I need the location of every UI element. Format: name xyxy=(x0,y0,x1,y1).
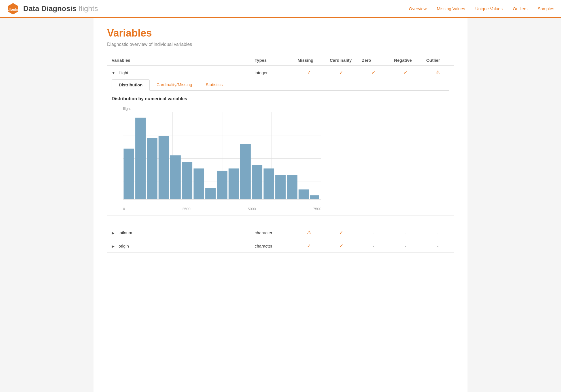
bar-3 xyxy=(159,136,169,199)
x-label-0: 0 xyxy=(123,207,125,211)
divider-row xyxy=(107,216,454,226)
nav-missing-values[interactable]: Missing Values xyxy=(437,6,465,11)
missing-check-origin: ✓ xyxy=(307,243,311,249)
app-subtitle: flights xyxy=(79,4,98,13)
cardinality-check-tailnum: ✓ xyxy=(339,230,343,235)
chart-area xyxy=(112,112,449,205)
expand-flight-button[interactable]: ▼ xyxy=(112,71,115,75)
missing-warn-tailnum: ⚠ xyxy=(307,230,311,235)
col-header-zero: Zero xyxy=(357,55,390,66)
bar-1 xyxy=(135,118,146,199)
nav-overview[interactable]: Overview xyxy=(409,6,427,11)
x-label-7500: 7500 xyxy=(313,207,321,211)
tabs-row: Distribution Cardinality/Missing Statist… xyxy=(112,79,449,91)
expand-origin-button[interactable]: ▶ xyxy=(112,244,114,248)
bar-9 xyxy=(229,169,239,199)
col-header-types: Types xyxy=(250,55,293,66)
expanded-row-flight: Distribution Cardinality/Missing Statist… xyxy=(107,79,454,216)
bar-16 xyxy=(310,195,319,199)
bar-13 xyxy=(275,175,286,199)
expanded-content-flight: Distribution Cardinality/Missing Statist… xyxy=(107,79,454,211)
table-row: ▶ tailnum character ⚠ ✓ - - - xyxy=(107,226,454,239)
x-label-2500: 2500 xyxy=(182,207,190,211)
bar-10 xyxy=(240,144,251,199)
histogram-svg xyxy=(123,112,321,205)
col-header-cardinality: Cardinality xyxy=(325,55,358,66)
svg-text:dlookr: dlookr xyxy=(7,7,19,12)
var-name-origin: origin xyxy=(118,244,129,248)
var-name-flight: flight xyxy=(119,70,128,75)
col-header-missing: Missing xyxy=(293,55,325,66)
bar-8 xyxy=(217,171,227,199)
nav-samples[interactable]: Samples xyxy=(538,6,554,11)
zero-origin: - xyxy=(357,239,390,253)
var-type-tailnum: character xyxy=(250,226,293,239)
col-header-outlier: Outlier xyxy=(422,55,454,66)
page-subtitle: Diagnostic overview of individual variab… xyxy=(107,42,454,47)
variables-table: Variables Types Missing Cardinality Zero… xyxy=(107,55,454,253)
main-content: Variables Diagnostic overview of individ… xyxy=(94,18,468,392)
tab-statistics[interactable]: Statistics xyxy=(199,79,230,90)
cardinality-check-flight: ✓ xyxy=(339,70,343,75)
bar-7 xyxy=(205,188,216,199)
bar-12 xyxy=(264,169,274,199)
col-header-variables: Variables xyxy=(107,55,250,66)
bar-6 xyxy=(194,169,204,199)
app-logo: dlookr xyxy=(7,3,19,15)
var-type-flight: integer xyxy=(250,66,293,79)
top-nav: Overview Missing Values Unique Values Ou… xyxy=(409,6,554,11)
var-name-tailnum: tailnum xyxy=(118,230,132,235)
col-header-negative: Negative xyxy=(390,55,422,66)
app-header: dlookr Data Diagnosis flights Overview M… xyxy=(0,0,561,18)
outlier-tailnum: - xyxy=(422,226,454,239)
table-row: ▼ flight integer ✓ ✓ ✓ ✓ ⚠ xyxy=(107,66,454,79)
app-title: Data Diagnosis xyxy=(23,4,76,13)
bar-15 xyxy=(299,189,309,199)
zero-tailnum: - xyxy=(357,226,390,239)
bar-2 xyxy=(147,138,157,199)
table-header-row: Variables Types Missing Cardinality Zero… xyxy=(107,55,454,66)
cardinality-check-origin: ✓ xyxy=(339,243,343,249)
table-row: ▶ origin character ✓ ✓ - - - xyxy=(107,239,454,253)
x-label-5000: 5000 xyxy=(248,207,256,211)
chart-x-labels: 0 2500 5000 7500 xyxy=(123,205,321,211)
var-type-origin: character xyxy=(250,239,293,253)
zero-check-flight: ✓ xyxy=(371,70,376,75)
missing-check-flight: ✓ xyxy=(307,70,311,75)
chart-y-label: flight xyxy=(123,106,449,111)
bar-4 xyxy=(170,155,181,199)
bar-11 xyxy=(252,165,262,199)
chart-section: Distribution by numerical variables flig… xyxy=(112,91,449,211)
nav-unique-values[interactable]: Unique Values xyxy=(475,6,503,11)
negative-tailnum: - xyxy=(390,226,422,239)
negative-check-flight: ✓ xyxy=(403,70,408,75)
outlier-origin: - xyxy=(422,239,454,253)
bar-14 xyxy=(287,175,298,199)
bar-0 xyxy=(124,149,134,199)
nav-outliers[interactable]: Outliers xyxy=(513,6,528,11)
bar-5 xyxy=(182,162,192,199)
expand-tailnum-button[interactable]: ▶ xyxy=(112,231,114,235)
negative-origin: - xyxy=(390,239,422,253)
tab-distribution[interactable]: Distribution xyxy=(112,79,150,91)
tab-cardinality-missing[interactable]: Cardinality/Missing xyxy=(150,79,199,90)
chart-title: Distribution by numerical variables xyxy=(112,96,449,101)
outlier-warn-flight: ⚠ xyxy=(435,70,440,75)
page-title: Variables xyxy=(107,27,454,39)
